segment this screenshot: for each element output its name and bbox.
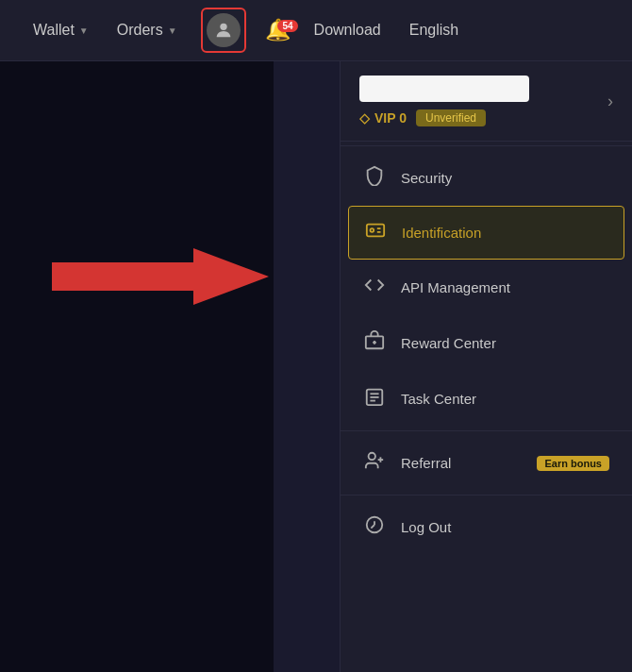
- api-management-icon: [363, 275, 386, 300]
- identification-label: Identification: [402, 225, 608, 241]
- referral-menu-item[interactable]: Referral Earn bonus: [341, 435, 632, 491]
- svg-line-14: [371, 525, 374, 529]
- wallet-label: Wallet: [33, 22, 75, 39]
- security-label: Security: [401, 170, 609, 186]
- orders-nav[interactable]: Orders ▼: [103, 0, 191, 60]
- identification-icon: [364, 220, 387, 245]
- user-dropdown: ◇ VIP 0 Unverified › Security Identifica…: [340, 61, 632, 672]
- referral-icon: [363, 450, 386, 476]
- svg-marker-16: [52, 248, 269, 305]
- api-management-label: API Management: [401, 279, 609, 295]
- reward-center-label: Reward Center: [401, 335, 609, 351]
- orders-chevron-icon: ▼: [168, 25, 177, 36]
- download-nav[interactable]: Download: [300, 0, 395, 60]
- diamond-icon: ◇: [359, 110, 370, 126]
- notification-bell[interactable]: 🔔 54: [256, 18, 300, 42]
- security-icon: [363, 165, 386, 191]
- annotation-arrow: [52, 244, 269, 310]
- user-info: ◇ VIP 0 Unverified: [359, 76, 607, 126]
- user-chevron-icon[interactable]: ›: [607, 92, 613, 111]
- vip-badge: ◇ VIP 0: [359, 110, 407, 126]
- profile-button[interactable]: [201, 8, 246, 53]
- navbar: Wallet ▼ Orders ▼ 🔔 54 Download English: [0, 0, 632, 61]
- task-center-icon: [363, 386, 386, 412]
- divider-3: [341, 495, 632, 496]
- identification-menu-item[interactable]: Identification: [348, 206, 624, 260]
- security-menu-item[interactable]: Security: [341, 150, 632, 206]
- logout-icon: [363, 514, 386, 540]
- divider-2: [341, 430, 632, 431]
- wallet-nav[interactable]: Wallet ▼: [19, 0, 103, 60]
- vip-label: VIP 0: [374, 110, 407, 126]
- reward-center-icon: [363, 330, 386, 356]
- download-label: Download: [314, 22, 381, 39]
- language-nav[interactable]: English: [395, 0, 473, 60]
- overlay: [0, 61, 274, 672]
- unverified-badge: Unverified: [416, 109, 486, 126]
- wallet-chevron-icon: ▼: [79, 25, 89, 36]
- svg-point-10: [369, 453, 375, 460]
- divider-1: [341, 145, 632, 146]
- task-center-menu-item[interactable]: Task Center: [341, 371, 632, 427]
- svg-point-2: [371, 228, 374, 232]
- logout-menu-item[interactable]: Log Out: [341, 499, 632, 555]
- orders-label: Orders: [117, 22, 163, 39]
- earn-bonus-badge: Earn bonus: [537, 456, 609, 471]
- reward-center-menu-item[interactable]: Reward Center: [341, 315, 632, 371]
- username-bar: [359, 76, 529, 102]
- notification-badge: 54: [277, 20, 297, 32]
- language-label: English: [409, 22, 458, 39]
- user-header: ◇ VIP 0 Unverified ›: [341, 61, 632, 142]
- logout-label: Log Out: [401, 519, 609, 535]
- api-management-menu-item[interactable]: API Management: [341, 260, 632, 315]
- vip-row: ◇ VIP 0 Unverified: [359, 109, 607, 126]
- svg-point-0: [220, 24, 226, 30]
- referral-label: Referral: [401, 455, 522, 471]
- task-center-label: Task Center: [401, 391, 609, 407]
- avatar: [207, 13, 241, 47]
